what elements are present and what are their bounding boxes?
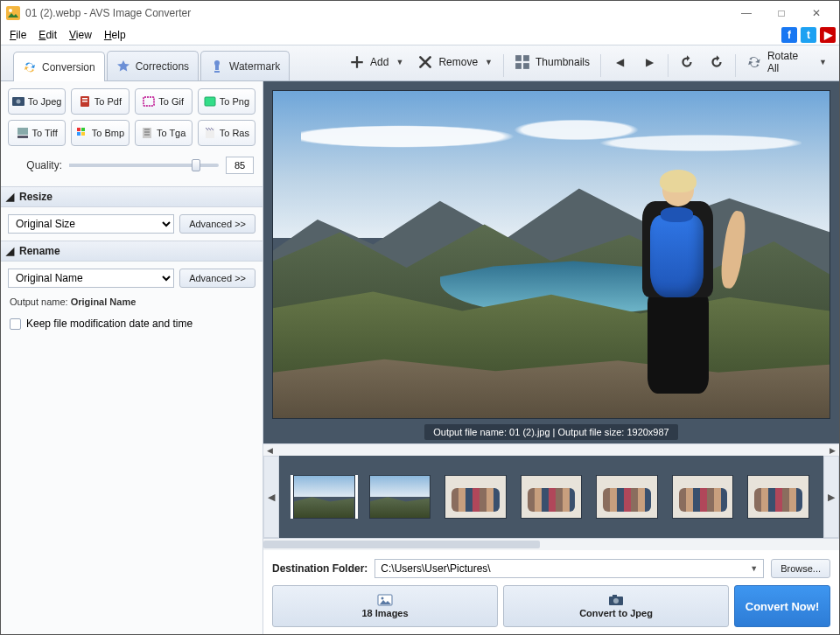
format-tiff-label: To Tiff	[32, 128, 58, 138]
quality-slider[interactable]	[69, 164, 219, 167]
svg-rect-18	[77, 132, 80, 136]
preview-area: Output file name: 01 (2).jpg | Output fi…	[263, 81, 839, 443]
svg-point-25	[613, 598, 619, 604]
thumb-hscroll[interactable]	[263, 538, 839, 550]
maximize-button[interactable]: □	[764, 1, 799, 25]
close-button[interactable]: ✕	[799, 1, 834, 25]
slider-thumb[interactable]	[192, 159, 200, 171]
destination-select[interactable]: C:\Users\User\Pictures\ ▼	[374, 559, 764, 578]
grid-icon	[514, 54, 530, 70]
x-icon	[417, 54, 433, 70]
conversion-icon	[23, 60, 37, 74]
minimize-button[interactable]: —	[729, 1, 764, 25]
tab-watermark-label: Watermark	[229, 60, 280, 73]
tab-watermark[interactable]: Watermark	[200, 51, 290, 80]
chevron-down-icon: ▼	[396, 58, 403, 66]
format-tiff[interactable]: To Tiff	[8, 120, 66, 146]
thumbnail-1[interactable]	[293, 475, 355, 519]
format-gif[interactable]: To Gif	[135, 88, 192, 115]
format-jpeg[interactable]: To Jpeg	[8, 88, 66, 115]
bottom-panel: Destination Folder: C:\Users\User\Pictur…	[263, 550, 839, 634]
right-area: Output file name: 01 (2).jpg | Output fi…	[263, 81, 839, 634]
menu-file[interactable]: File	[4, 27, 32, 43]
resize-header[interactable]: ◢ Resize	[1, 186, 262, 207]
destination-label: Destination Folder:	[272, 562, 368, 575]
convert-now-button[interactable]: Convert Now!	[734, 585, 830, 627]
rename-select[interactable]: Original Name	[8, 269, 174, 288]
stamp-icon	[210, 59, 224, 73]
svg-rect-4	[515, 63, 522, 69]
svg-point-1	[9, 9, 12, 12]
svg-rect-9	[82, 98, 88, 100]
menu-view[interactable]: View	[64, 27, 97, 43]
destination-path: C:\Users\User\Pictures\	[381, 562, 490, 575]
format-png[interactable]: To Png	[198, 88, 256, 115]
format-bmp[interactable]: To Bmp	[71, 120, 129, 146]
bmp-icon	[76, 127, 88, 139]
app-window: 01 (2).webp - AVS Image Converter — □ ✕ …	[0, 0, 840, 635]
thumbnail-3[interactable]	[444, 475, 507, 519]
tiff-icon	[17, 127, 29, 139]
format-tga[interactable]: To Tga	[135, 120, 192, 146]
png-icon	[204, 95, 216, 108]
ras-icon	[204, 127, 216, 139]
resize-advanced-button[interactable]: Advanced >>	[179, 214, 256, 234]
star-icon	[116, 59, 130, 73]
thumbnail-2[interactable]	[369, 475, 431, 519]
preview-image[interactable]	[272, 90, 830, 419]
thumbnail-4[interactable]	[521, 475, 583, 519]
keep-date-row[interactable]: Keep file modification date and time	[8, 314, 256, 333]
rotate-all-button[interactable]: Rotate All ▼	[739, 47, 834, 77]
thumbnail-7[interactable]	[747, 475, 809, 519]
rotate-ccw-button[interactable]	[672, 47, 702, 77]
chevron-down-icon: ▼	[750, 564, 758, 573]
jpeg-icon	[12, 95, 24, 108]
chevron-down-icon: ▼	[485, 58, 493, 66]
svg-rect-19	[81, 132, 85, 136]
twitter-icon[interactable]: t	[801, 27, 816, 43]
quality-value[interactable]: 85	[226, 157, 254, 174]
svg-rect-11	[144, 97, 154, 106]
tab-conversion[interactable]: Conversion	[13, 52, 105, 81]
menu-edit[interactable]: Edit	[33, 27, 62, 43]
svg-point-23	[382, 597, 384, 600]
thumbnails-button[interactable]: Thumbnails	[508, 47, 597, 77]
format-grid: To Jpeg To Pdf To Gif To Png To Tiff To …	[8, 88, 256, 146]
main-tabs: Conversion Corrections Watermark	[13, 51, 290, 80]
keep-date-checkbox[interactable]	[10, 318, 21, 330]
quality-label: Quality:	[10, 159, 62, 171]
youtube-icon[interactable]: ▶	[820, 27, 836, 43]
rename-advanced-button[interactable]: Advanced >>	[179, 269, 256, 288]
next-button[interactable]: ▶	[634, 47, 664, 77]
rename-header[interactable]: ◢ Rename	[1, 241, 262, 262]
thumb-prev[interactable]: ◀	[263, 456, 279, 538]
browse-button[interactable]: Browse...	[771, 559, 830, 578]
rotate-cw-button[interactable]	[702, 47, 732, 77]
quality-row: Quality: 85	[8, 153, 256, 179]
chevron-down-icon: ▼	[819, 58, 827, 66]
gif-icon	[143, 95, 155, 108]
tab-corrections[interactable]: Corrections	[107, 51, 199, 80]
thumbnails-label: Thumbnails	[536, 56, 590, 68]
output-name-row: Output name: Original Name	[8, 295, 256, 307]
prev-button[interactable]: ◀	[605, 47, 634, 77]
format-ras[interactable]: To Ras	[198, 120, 256, 146]
thumb-next[interactable]: ▶	[823, 456, 839, 538]
svg-rect-16	[77, 128, 80, 131]
arrow-right-icon: ▶	[641, 54, 657, 70]
add-button[interactable]: Add ▼	[342, 47, 410, 77]
format-pdf[interactable]: To Pdf	[71, 88, 129, 115]
step-images[interactable]: 18 Images	[272, 585, 498, 627]
format-gif-label: To Gif	[158, 96, 184, 107]
rename-heading: Rename	[19, 245, 60, 257]
remove-button[interactable]: Remove ▼	[410, 47, 500, 77]
facebook-icon[interactable]: f	[781, 27, 797, 43]
format-pdf-label: To Pdf	[94, 96, 122, 107]
menu-help[interactable]: Help	[99, 27, 131, 43]
resize-select[interactable]: Original Size	[8, 214, 174, 234]
camera-icon	[608, 594, 624, 606]
step-convert-to[interactable]: Convert to Jpeg	[503, 585, 729, 627]
thumbnail-5[interactable]	[596, 475, 658, 519]
preview-hscroll[interactable]: ◀▶	[263, 443, 839, 456]
thumbnail-6[interactable]	[672, 475, 734, 519]
